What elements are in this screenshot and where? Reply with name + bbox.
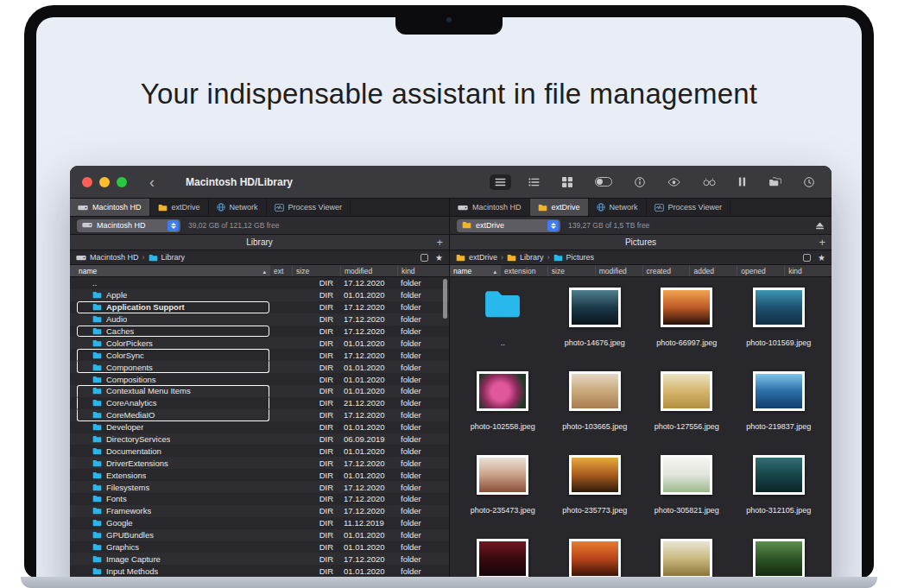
zoom-button[interactable]: [117, 177, 127, 187]
grid-item-photo-127556-jpeg[interactable]: photo-127556.jpeg: [641, 371, 733, 455]
file-row-graphics[interactable]: GraphicsDIR01.01.2020folder: [70, 541, 449, 553]
split-view-icon[interactable]: [733, 174, 751, 190]
grid-view-icon[interactable]: [557, 174, 578, 191]
folder-tree-icon[interactable]: [763, 174, 787, 190]
grid-item-photo-305821-jpeg[interactable]: photo-305821.jpeg: [641, 455, 733, 539]
grid-item-photo-101569-jpeg[interactable]: photo-101569.jpeg: [733, 288, 825, 371]
column-header-size[interactable]: size: [547, 265, 595, 276]
file-modified: 01.01.2020: [340, 338, 397, 348]
grid-item-unnamed[interactable]: [549, 539, 642, 579]
quick-look-icon[interactable]: [662, 174, 686, 190]
column-header-ext[interactable]: ext: [269, 265, 292, 276]
eject-button[interactable]: [815, 222, 825, 230]
file-row-extensions[interactable]: ExtensionsDIR01.01.2020folder: [70, 469, 449, 481]
column-header-opened[interactable]: opened: [737, 265, 784, 276]
file-row-components[interactable]: ComponentsDIR01.01.2020folder: [70, 361, 449, 373]
file-row-caches[interactable]: CachesDIR17.12.2020folder: [70, 326, 449, 338]
left-scrollbar-thumb[interactable]: [443, 279, 447, 319]
grid-item-photo-219837-jpeg[interactable]: photo-219837.jpeg: [733, 371, 825, 455]
list-view-icon[interactable]: [490, 174, 511, 190]
column-header-created[interactable]: created: [642, 265, 690, 276]
tab-macintosh-hd[interactable]: Macintosh HD: [70, 199, 150, 216]
breadcrumb-item-library[interactable]: Library: [507, 253, 544, 262]
file-row-coreanalytics[interactable]: CoreAnalyticsDIR21.12.2020folder: [70, 397, 449, 409]
grid-item-photo-103665-jpeg[interactable]: photo-103665.jpeg: [549, 371, 642, 455]
file-row-google[interactable]: GoogleDIR11.12.2019folder: [70, 517, 449, 529]
column-header-modified[interactable]: modified: [595, 265, 642, 276]
file-row-compositions[interactable]: CompositionsDIR01.01.2020folder: [70, 373, 449, 385]
grid-item-photo-14676-jpeg[interactable]: photo-14676.jpeg: [549, 288, 642, 371]
search-icon[interactable]: [698, 174, 721, 190]
tab-extdrive[interactable]: extDrive: [150, 199, 209, 216]
file-row-directoryservices[interactable]: DirectoryServicesDIR06.09.2019folder: [70, 433, 449, 446]
dual-pane-toggle-icon[interactable]: [590, 174, 617, 190]
file-row-filesystems[interactable]: FilesystemsDIR17.12.2020folder: [70, 481, 449, 493]
back-button[interactable]: [149, 174, 155, 190]
file-row-frameworks[interactable]: FrameworksDIR17.12.2020folder: [70, 505, 449, 517]
column-header-kind[interactable]: kind: [784, 265, 832, 276]
file-row-developer[interactable]: DeveloperDIR01.01.2020folder: [70, 421, 449, 433]
file-row-parent[interactable]: ..DIR17.12.2020folder: [70, 277, 449, 289]
column-view-icon[interactable]: [523, 174, 545, 190]
grid-item-unnamed[interactable]: [641, 539, 733, 579]
column-header-added[interactable]: added: [689, 265, 737, 276]
tab-network[interactable]: Network: [209, 199, 267, 216]
grid-item-photo-235773-jpeg[interactable]: photo-235773.jpeg: [549, 455, 642, 539]
file-row-gpubundles[interactable]: GPUBundlesDIR01.01.2020folder: [70, 529, 449, 541]
column-header-size[interactable]: size: [292, 265, 340, 276]
file-row-contextual-menu-items[interactable]: Contextual Menu ItemsDIR01.01.2020folder: [70, 385, 449, 397]
panel-options-icon[interactable]: [803, 254, 811, 262]
grid-item-unnamed[interactable]: [457, 539, 549, 579]
grid-item-photo-66997-jpeg[interactable]: photo-66997.jpeg: [641, 288, 733, 371]
file-row-apple[interactable]: AppleDIR01.01.2020folder: [70, 289, 449, 301]
tab-macintosh-hd[interactable]: Macintosh HD: [450, 199, 530, 216]
panel-options-icon[interactable]: [421, 254, 428, 262]
column-header-kind[interactable]: kind: [397, 265, 449, 276]
file-row-input-methods[interactable]: Input MethodsDIR01.01.2020folder: [70, 565, 449, 577]
right-drive-select[interactable]: extDrive: [457, 219, 560, 232]
grid-item-photo-102558-jpeg[interactable]: photo-102558.jpeg: [457, 371, 549, 455]
file-row-colorpickers[interactable]: ColorPickersDIR01.01.2020folder: [70, 337, 449, 349]
favorites-star-icon[interactable]: [435, 253, 443, 262]
thumbnail: [753, 288, 805, 331]
file-row-colorsync[interactable]: ColorSyncDIR17.12.2020folder: [70, 349, 449, 361]
history-icon[interactable]: [799, 174, 819, 191]
file-row-audio[interactable]: AudioDIR17.12.2020folder: [70, 313, 449, 326]
column-label: kind: [402, 267, 415, 275]
right-add-tab-button[interactable]: +: [819, 235, 825, 250]
grid-item-unnamed[interactable]: [733, 539, 825, 579]
grid-item-photo-235473-jpeg[interactable]: photo-235473.jpeg: [457, 455, 549, 539]
tab-process-viewer[interactable]: Process Viewer: [647, 199, 730, 216]
tab-network[interactable]: Network: [589, 199, 647, 216]
thumbnail: [483, 288, 522, 331]
breadcrumb-item-macintosh-hd[interactable]: Macintosh HD: [76, 253, 139, 262]
breadcrumb-item-library[interactable]: Library: [149, 253, 186, 262]
column-header-modified[interactable]: modified: [340, 265, 397, 276]
file-row-driverextensions[interactable]: DriverExtensionsDIR17.12.2020folder: [70, 457, 449, 469]
left-add-tab-button[interactable]: +: [436, 235, 443, 250]
breadcrumb-item-extdrive[interactable]: extDrive: [456, 253, 497, 262]
left-drive-select[interactable]: Macintosh HD: [77, 219, 180, 232]
thumbnail: [569, 539, 621, 579]
file-row-coremediaio[interactable]: CoreMediaIODIR17.12.2020folder: [70, 409, 449, 421]
column-header-extension[interactable]: extension: [500, 265, 547, 276]
file-row-fonts[interactable]: FontsDIR17.12.2020folder: [70, 493, 449, 505]
info-icon[interactable]: [629, 174, 650, 191]
close-button[interactable]: [82, 177, 92, 187]
grid-item-unnamed[interactable]: ..: [457, 288, 549, 371]
column-header-name[interactable]: name: [450, 265, 500, 276]
breadcrumb-item-pictures[interactable]: Pictures: [553, 253, 595, 262]
file-name: GPUBundles: [106, 530, 154, 540]
file-row-documentation[interactable]: DocumentationDIR01.01.2020folder: [70, 445, 449, 457]
file-row-image-capture[interactable]: Image CaptureDIR17.12.2020folder: [70, 553, 449, 565]
left-drive-name: Macintosh HD: [97, 221, 163, 230]
column-header-name[interactable]: name: [70, 265, 269, 276]
file-modified: 11.12.2019: [340, 518, 397, 528]
grid-item-photo-312105-jpeg[interactable]: photo-312105.jpeg: [733, 455, 825, 539]
file-row-application-support[interactable]: Application SupportDIR17.12.2020folder: [70, 301, 449, 313]
minimize-button[interactable]: [99, 177, 110, 187]
favorites-star-icon[interactable]: [818, 253, 825, 262]
tab-extdrive[interactable]: extDrive: [530, 199, 589, 216]
tab-process-viewer[interactable]: Process Viewer: [267, 199, 351, 216]
file-size: DIR: [292, 506, 340, 515]
